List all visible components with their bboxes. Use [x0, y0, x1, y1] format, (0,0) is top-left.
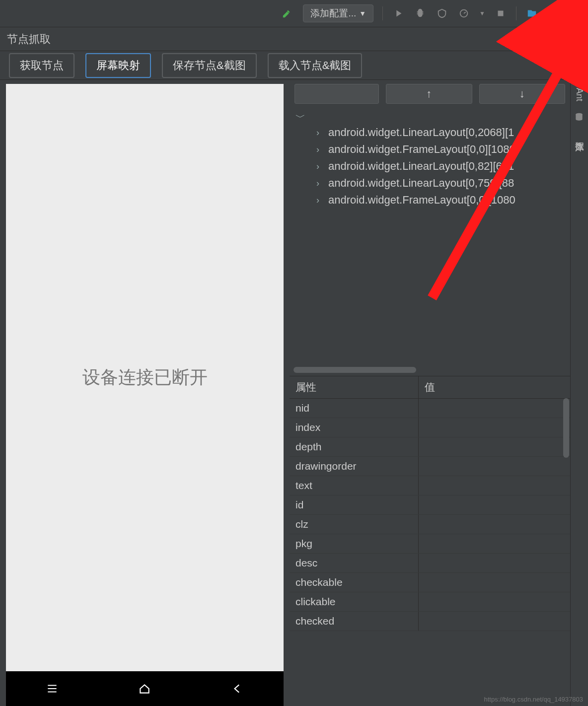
- col-attr: 属性: [290, 376, 419, 398]
- svg-rect-1: [498, 11, 504, 16]
- property-row[interactable]: clz: [290, 515, 570, 534]
- property-value: [419, 495, 570, 514]
- property-row[interactable]: checkable: [290, 573, 570, 592]
- property-row[interactable]: nid: [290, 399, 570, 418]
- chevron-right-icon[interactable]: ›: [316, 144, 323, 155]
- tab-database[interactable]: 数据库: [574, 134, 586, 135]
- svg-point-5: [578, 69, 580, 71]
- chevron-down-icon[interactable]: ﹀: [295, 111, 567, 124]
- tree-nav-up[interactable]: ↑: [386, 84, 472, 104]
- fetch-nodes-button[interactable]: 获取节点: [9, 53, 74, 78]
- debug-icon[interactable]: [414, 7, 427, 20]
- property-row[interactable]: text: [290, 476, 570, 495]
- property-row[interactable]: index: [290, 418, 570, 437]
- run-icon[interactable]: [392, 7, 405, 20]
- tree-item-label[interactable]: android.widget.LinearLayout[0,82][611: [328, 160, 514, 173]
- ant-icon[interactable]: [574, 65, 585, 76]
- node-tree[interactable]: ﹀ ›android.widget.LinearLayout[0,2068][1…: [290, 108, 570, 366]
- device-navbar: [6, 671, 284, 706]
- svg-point-4: [578, 67, 580, 69]
- run-window-icon[interactable]: [547, 7, 560, 20]
- project-structure-icon[interactable]: [525, 7, 538, 20]
- property-row[interactable]: pkg: [290, 534, 570, 554]
- chevron-right-icon[interactable]: ›: [316, 128, 323, 138]
- tree-item-label[interactable]: android.widget.FrameLayout[0,0][1080: [328, 143, 515, 156]
- tree-row: ›android.widget.FrameLayout[0,0][1080: [294, 141, 567, 158]
- tree-nav-buttons: ↑ ↓: [290, 80, 570, 108]
- screen-mirror-button[interactable]: 屏幕映射: [85, 53, 151, 78]
- chevron-right-icon[interactable]: ›: [316, 178, 323, 189]
- property-row[interactable]: clickable: [290, 592, 570, 612]
- top-toolbar: 添加配置...▼ ▼: [0, 0, 588, 27]
- svg-point-3: [572, 10, 578, 15]
- tree-row: ›android.widget.LinearLayout[0,82][611: [294, 158, 567, 175]
- stop-icon[interactable]: [494, 7, 507, 20]
- right-sidebar: 节点抓取 Ant 数据库: [570, 27, 588, 706]
- property-row[interactable]: desc: [290, 554, 570, 573]
- property-value: [419, 476, 570, 495]
- device-status-text: 设备连接已断开: [82, 365, 208, 390]
- property-name: clickable: [290, 592, 419, 611]
- device-column: 设备连接已断开: [0, 80, 290, 706]
- property-name: index: [290, 418, 419, 437]
- property-value: [419, 573, 570, 592]
- property-value: [419, 418, 570, 437]
- tree-h-scrollbar[interactable]: [294, 367, 566, 373]
- tree-row: ›android.widget.LinearLayout[0,2068][1: [294, 124, 567, 141]
- actions-row: 获取节点 屏幕映射 保存节点&截图 载入节点&截图: [0, 51, 570, 80]
- chevron-right-icon[interactable]: ›: [316, 161, 323, 172]
- tab-node-capture[interactable]: 节点抓取: [574, 53, 586, 54]
- tree-nav-blank[interactable]: [294, 84, 379, 104]
- search-icon[interactable]: [569, 7, 582, 20]
- watermark: https://blog.csdn.net/qq_14937803: [484, 696, 584, 703]
- property-name: clz: [290, 515, 419, 534]
- property-row[interactable]: drawingorder: [290, 457, 570, 476]
- run-config-dropdown[interactable]: 添加配置...▼: [303, 4, 373, 22]
- tree-nav-down[interactable]: ↓: [479, 84, 566, 104]
- panel-title: 节点抓取: [7, 32, 523, 47]
- property-value: [419, 592, 570, 611]
- tree-item-label[interactable]: android.widget.LinearLayout[0,759][88: [328, 177, 514, 190]
- profile-icon[interactable]: [457, 7, 470, 20]
- tree-row: ›android.widget.FrameLayout[0,0][1080: [294, 192, 567, 209]
- property-row[interactable]: depth: [290, 437, 570, 457]
- panel-header: 节点抓取: [0, 27, 570, 51]
- nav-back-icon[interactable]: [230, 681, 245, 696]
- hammer-icon[interactable]: [281, 7, 294, 20]
- property-name: depth: [290, 437, 419, 456]
- main-split: 设备连接已断开 ↑ ↓ ﹀ ›android.widget.LinearLayo…: [0, 80, 570, 706]
- tree-row: ›android.widget.LinearLayout[0,759][88: [294, 175, 567, 192]
- tree-column: ↑ ↓ ﹀ ›android.widget.LinearLayout[0,206…: [290, 80, 570, 706]
- property-v-scrollbar[interactable]: [563, 398, 569, 596]
- chevron-right-icon[interactable]: ›: [316, 195, 323, 206]
- load-nodes-button[interactable]: 载入节点&截图: [268, 53, 363, 78]
- property-row[interactable]: id: [290, 495, 570, 515]
- property-row[interactable]: checked: [290, 612, 570, 631]
- tree-item-label[interactable]: android.widget.LinearLayout[0,2068][1: [328, 126, 514, 139]
- nav-menu-icon[interactable]: [45, 681, 60, 696]
- property-value: [419, 457, 570, 476]
- property-value: [419, 554, 570, 572]
- divider: [516, 6, 516, 20]
- tree-item-label[interactable]: android.widget.FrameLayout[0,0][1080: [328, 194, 515, 207]
- property-table: 属性 值 nidindexdepthdrawingordertextidclzp…: [290, 376, 570, 706]
- nav-home-icon[interactable]: [137, 681, 152, 696]
- property-value: [419, 515, 570, 534]
- save-nodes-button[interactable]: 保存节点&截图: [162, 53, 257, 78]
- property-name: pkg: [290, 534, 419, 553]
- extension-icon[interactable]: [574, 31, 585, 42]
- property-value: [419, 437, 570, 456]
- property-body: nidindexdepthdrawingordertextidclzpkgdes…: [290, 399, 570, 631]
- minimize-icon[interactable]: [550, 33, 563, 46]
- property-value: [419, 612, 570, 631]
- property-name: nid: [290, 399, 419, 418]
- gear-icon[interactable]: [530, 33, 543, 46]
- property-value: [419, 399, 570, 418]
- divider: [382, 6, 383, 20]
- property-name: checkable: [290, 573, 419, 592]
- property-name: id: [290, 495, 419, 514]
- database-icon[interactable]: [574, 112, 585, 123]
- tab-ant[interactable]: Ant: [574, 87, 585, 101]
- coverage-icon[interactable]: [436, 7, 448, 20]
- property-name: text: [290, 476, 419, 495]
